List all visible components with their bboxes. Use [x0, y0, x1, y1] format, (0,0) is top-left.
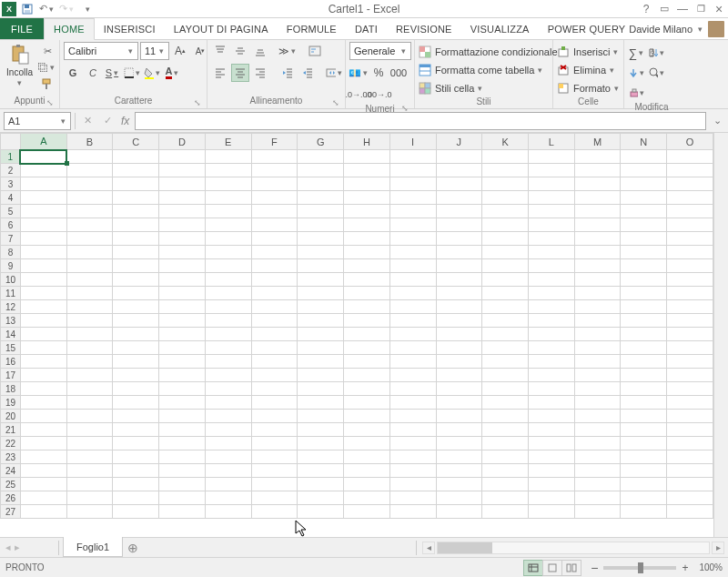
restore-button[interactable]: ❐ [692, 1, 710, 17]
cell-L6[interactable] [528, 218, 574, 232]
cell-C3[interactable] [113, 177, 159, 191]
view-page-break-button[interactable] [561, 560, 581, 576]
cell-M12[interactable] [574, 300, 621, 314]
cell-A26[interactable] [20, 491, 66, 505]
cut-button[interactable]: ✂ [39, 44, 56, 58]
help-button[interactable]: ? [637, 1, 655, 17]
cell-L2[interactable] [528, 164, 574, 177]
cell-D6[interactable] [159, 218, 206, 232]
cell-O25[interactable] [667, 478, 713, 491]
cell-K19[interactable] [482, 396, 529, 410]
cell-F14[interactable] [251, 328, 298, 341]
cell-I10[interactable] [389, 273, 436, 287]
cell-J20[interactable] [436, 410, 482, 423]
cell-J4[interactable] [436, 191, 482, 205]
cell-B22[interactable] [66, 437, 113, 450]
cell-E22[interactable] [205, 437, 251, 450]
cell-K14[interactable] [482, 328, 529, 341]
cell-E3[interactable] [205, 177, 251, 191]
decrease-indent-button[interactable] [278, 64, 297, 82]
cell-J10[interactable] [436, 273, 482, 287]
cell-L17[interactable] [528, 369, 574, 382]
cell-K10[interactable] [482, 273, 529, 287]
cell-C5[interactable] [113, 205, 159, 218]
cell-I1[interactable] [389, 150, 436, 164]
cell-K22[interactable] [482, 437, 529, 450]
paste-button[interactable]: Incolla▾ [4, 42, 35, 88]
cell-F21[interactable] [251, 423, 298, 437]
cell-E11[interactable] [205, 287, 251, 300]
col-header-H[interactable]: H [344, 134, 390, 150]
cell-F26[interactable] [251, 491, 298, 505]
wrap-text-button[interactable] [306, 42, 324, 60]
sheet-nav-next[interactable]: ▸ [15, 542, 20, 553]
cell-A11[interactable] [20, 287, 66, 300]
cell-D13[interactable] [159, 314, 206, 328]
cell-M20[interactable] [574, 410, 621, 423]
view-page-layout-button[interactable] [542, 560, 562, 576]
cell-M11[interactable] [574, 287, 621, 300]
cell-L23[interactable] [528, 450, 574, 464]
cell-L1[interactable] [528, 150, 574, 164]
cell-F20[interactable] [251, 410, 298, 423]
cell-N10[interactable] [621, 273, 667, 287]
align-bottom-button[interactable] [251, 42, 269, 60]
view-normal-button[interactable] [523, 560, 543, 576]
cell-F9[interactable] [251, 259, 298, 273]
cell-K18[interactable] [482, 382, 529, 396]
enter-formula-button[interactable]: ✓ [99, 113, 116, 129]
cell-A8[interactable] [20, 246, 66, 259]
cell-J24[interactable] [436, 464, 482, 478]
cell-M5[interactable] [574, 205, 621, 218]
cell-D8[interactable] [159, 246, 206, 259]
name-box[interactable]: A1▾ [4, 112, 71, 130]
cancel-formula-button[interactable]: ✕ [79, 113, 96, 129]
cell-D11[interactable] [159, 287, 206, 300]
cell-D20[interactable] [159, 410, 206, 423]
cell-H2[interactable] [344, 164, 390, 177]
row-header-15[interactable]: 15 [1, 341, 21, 355]
cell-G25[interactable] [298, 478, 344, 491]
cell-G21[interactable] [298, 423, 344, 437]
select-all-corner[interactable] [1, 134, 21, 150]
cell-N26[interactable] [621, 491, 667, 505]
cell-J1[interactable] [436, 150, 482, 164]
cell-M6[interactable] [574, 218, 621, 232]
row-header-7[interactable]: 7 [1, 232, 21, 246]
cell-N2[interactable] [621, 164, 667, 177]
cell-M23[interactable] [574, 450, 621, 464]
cell-H6[interactable] [344, 218, 390, 232]
row-header-6[interactable]: 6 [1, 218, 21, 232]
row-header-8[interactable]: 8 [1, 246, 21, 259]
cell-K7[interactable] [482, 232, 529, 246]
cell-E8[interactable] [205, 246, 251, 259]
cell-D25[interactable] [159, 478, 206, 491]
cell-A7[interactable] [20, 232, 66, 246]
row-header-12[interactable]: 12 [1, 300, 21, 314]
cell-A4[interactable] [20, 191, 66, 205]
cell-A27[interactable] [20, 505, 66, 519]
cell-H12[interactable] [344, 300, 390, 314]
cell-G4[interactable] [298, 191, 344, 205]
cell-G23[interactable] [298, 450, 344, 464]
ribbon-options-button[interactable]: ▭ [655, 1, 673, 17]
cell-J19[interactable] [436, 396, 482, 410]
decrease-decimal-button[interactable]: .00→.0 [369, 86, 388, 104]
cell-D19[interactable] [159, 396, 206, 410]
cell-K11[interactable] [482, 287, 529, 300]
cell-E19[interactable] [205, 396, 251, 410]
cell-F8[interactable] [251, 246, 298, 259]
cell-G5[interactable] [298, 205, 344, 218]
italic-button[interactable]: C [84, 64, 102, 82]
sheet-tab-1[interactable]: Foglio1 [63, 537, 123, 557]
cell-L21[interactable] [528, 423, 574, 437]
fill-button[interactable]: ▾ [628, 64, 646, 82]
cell-C22[interactable] [113, 437, 159, 450]
col-header-F[interactable]: F [251, 134, 298, 150]
cell-F17[interactable] [251, 369, 298, 382]
cell-K1[interactable] [482, 150, 529, 164]
cell-G14[interactable] [298, 328, 344, 341]
cell-M13[interactable] [574, 314, 621, 328]
cell-O2[interactable] [667, 164, 713, 177]
cell-K25[interactable] [482, 478, 529, 491]
